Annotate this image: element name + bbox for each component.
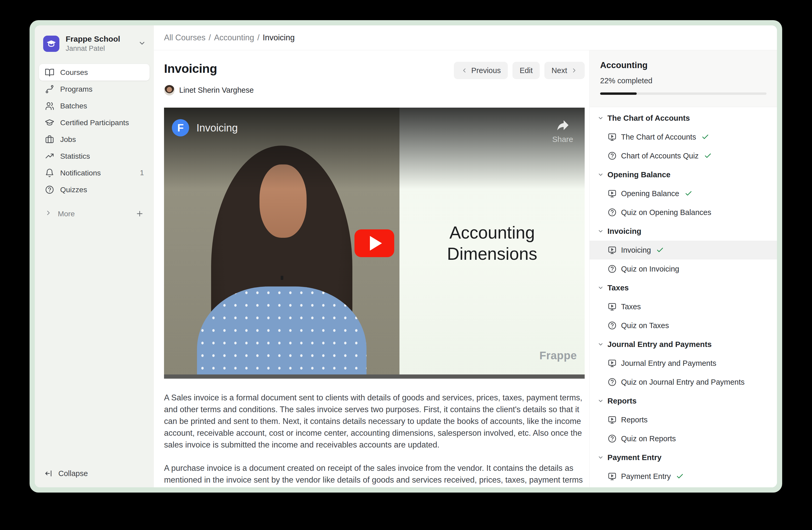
next-button[interactable]: Next — [545, 62, 585, 79]
lesson-row[interactable]: Reports — [590, 410, 777, 429]
lesson-row[interactable]: The Chart of Accounts — [590, 127, 777, 147]
chapter-row[interactable]: Opening Balance — [590, 165, 777, 184]
chapter-row[interactable]: The Chart of Accounts — [590, 109, 777, 127]
content-row: Invoicing Previous Edit Nex — [154, 50, 777, 487]
workspace-labels: Frappe School Jannat Patel — [66, 34, 120, 53]
lesson-article: A Sales invoice is a formal document sen… — [164, 392, 585, 487]
video-progress-bar[interactable] — [164, 375, 585, 379]
progress-track — [600, 93, 767, 95]
bell-icon — [45, 168, 54, 178]
play-icon — [370, 236, 382, 251]
chevron-down-icon — [597, 285, 604, 291]
course-title: Accounting — [600, 60, 767, 70]
chevron-down-icon — [597, 454, 604, 461]
chapter-row[interactable]: Taxes — [590, 278, 777, 297]
chevron-right-icon — [45, 209, 52, 219]
breadcrumb-current: Invoicing — [263, 33, 294, 42]
previous-button[interactable]: Previous — [454, 62, 508, 79]
lesson-toolbar: Previous Edit Next — [454, 62, 585, 79]
left-sidebar: Frappe School Jannat Patel Courses Progr… — [35, 25, 154, 487]
sidebar-item-programs[interactable]: Programs — [39, 81, 150, 97]
chapter-row[interactable]: Journal Entry and Payments — [590, 335, 777, 354]
collapse-sidebar-button[interactable]: Collapse — [44, 469, 144, 478]
sidebar-item-notifications[interactable]: Notifications 1 — [39, 165, 150, 181]
sidebar-item-courses[interactable]: Courses — [39, 64, 150, 81]
author-row: Linet Sherin Varghese — [164, 85, 585, 96]
lesson-row[interactable]: Quiz on Invoicing — [590, 260, 777, 278]
monitor-play-icon — [607, 359, 617, 368]
video-title-overlay: Invoicing — [197, 122, 238, 134]
notification-count-badge: 1 — [140, 169, 144, 177]
sidebar-item-statistics[interactable]: Statistics — [39, 148, 150, 165]
chapter-row[interactable]: Reports — [590, 391, 777, 410]
chapter-row[interactable]: Payment Entry — [590, 448, 777, 467]
monitor-play-icon — [607, 245, 617, 255]
monitor-play-icon — [607, 472, 617, 481]
lesson-row[interactable]: Chart of Accounts Quiz — [590, 147, 777, 165]
lesson-row[interactable]: Opening Balance — [590, 184, 777, 203]
breadcrumb-all-courses[interactable]: All Courses — [164, 33, 206, 42]
course-progress-header: Accounting 22% completed — [590, 50, 777, 107]
monitor-play-icon — [607, 302, 617, 311]
paragraph: A Sales invoice is a formal document sen… — [164, 392, 585, 451]
help-circle-icon — [607, 377, 617, 387]
author-avatar — [164, 85, 175, 96]
share-button[interactable]: Share — [552, 117, 573, 144]
breadcrumb: All Courses / Accounting / Invoicing — [164, 33, 295, 42]
edit-button[interactable]: Edit — [512, 62, 540, 79]
share-arrow-icon — [555, 117, 570, 133]
book-open-icon — [45, 68, 54, 77]
sidebar-item-quizzes[interactable]: Quizzes — [39, 181, 150, 198]
video-player[interactable]: Accounting Dimensions F Invoicing — [164, 108, 585, 379]
sidebar-item-certified-participants[interactable]: Certified Participants — [39, 114, 150, 131]
lesson-row[interactable]: Quiz on Opening Balances — [590, 203, 777, 222]
youtube-play-button[interactable] — [354, 229, 394, 257]
chevron-down-icon — [597, 171, 604, 178]
chevron-down-icon — [597, 115, 604, 121]
plus-icon[interactable] — [135, 209, 144, 218]
lesson-row[interactable]: Taxes — [590, 297, 777, 316]
help-circle-icon — [607, 321, 617, 330]
more-label: More — [58, 209, 75, 218]
workspace-switcher[interactable]: Frappe School Jannat Patel — [35, 25, 154, 60]
chevron-right-icon — [571, 67, 578, 74]
sidebar-nav: Courses Programs Batches Certified Parti… — [35, 60, 154, 198]
video-channel[interactable]: F Invoicing — [172, 119, 238, 137]
check-icon — [704, 152, 712, 160]
app-window: Frappe School Jannat Patel Courses Progr… — [35, 25, 777, 487]
route-icon — [45, 84, 54, 94]
lesson-row[interactable]: Quiz on Taxes — [590, 316, 777, 335]
graduation-cap-icon — [45, 118, 54, 127]
channel-avatar: F — [172, 119, 189, 137]
chapter-row[interactable]: Invoicing — [590, 222, 777, 241]
sidebar-item-batches[interactable]: Batches — [39, 97, 150, 114]
help-circle-icon — [607, 208, 617, 217]
sidebar-item-more[interactable]: More — [39, 205, 150, 222]
chevron-down-icon[interactable] — [138, 39, 146, 48]
lesson-row[interactable]: Quiz on Journal Entry and Payments — [590, 373, 777, 391]
help-circle-icon — [607, 264, 617, 274]
trending-up-icon — [45, 151, 54, 161]
lesson-row[interactable]: Payment Entry — [590, 467, 777, 486]
lesson-row[interactable]: Quiz on Reports — [590, 429, 777, 448]
breadcrumb-bar: All Courses / Accounting / Invoicing — [154, 25, 777, 50]
lesson-row[interactable]: Invoicing — [590, 241, 777, 260]
frappe-school-logo-icon — [43, 36, 59, 52]
check-icon — [656, 246, 664, 254]
lesson-row[interactable]: Journal Entry and Payments — [590, 354, 777, 373]
author-name: Linet Sherin Varghese — [179, 86, 254, 95]
main-column: All Courses / Accounting / Invoicing Inv… — [154, 25, 777, 487]
app-frame: Frappe School Jannat Patel Courses Progr… — [30, 20, 782, 492]
users-icon — [45, 101, 54, 111]
breadcrumb-accounting[interactable]: Accounting — [214, 33, 254, 42]
course-outline: The Chart of Accounts The Chart of Accou… — [590, 107, 777, 487]
check-icon — [701, 133, 709, 141]
sidebar-footer: Collapse — [35, 469, 154, 487]
chevron-down-icon — [597, 398, 604, 404]
chevron-down-icon — [597, 341, 604, 348]
chevron-down-icon — [597, 228, 604, 234]
course-outline-panel: Accounting 22% completed The Chart of Ac… — [589, 50, 777, 487]
sidebar-item-jobs[interactable]: Jobs — [39, 131, 150, 148]
monitor-play-icon — [607, 415, 617, 424]
lesson-content: Invoicing Previous Edit Nex — [154, 50, 589, 487]
